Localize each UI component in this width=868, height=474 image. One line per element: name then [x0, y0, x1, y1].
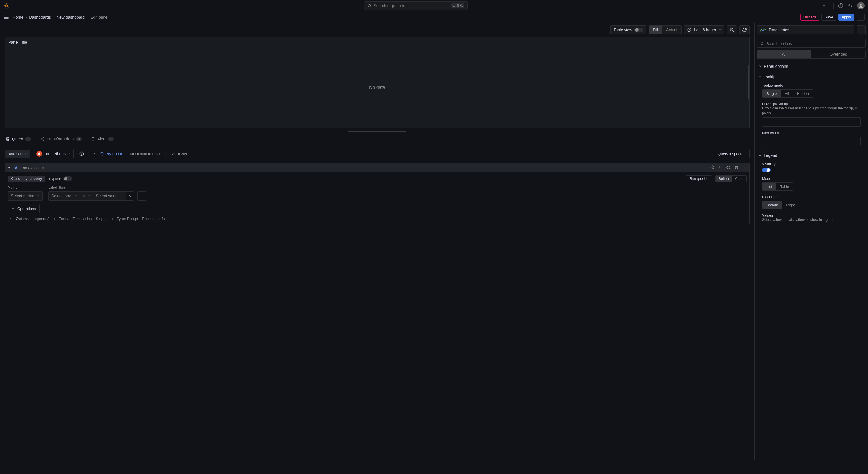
- chevron-down-icon[interactable]: [8, 166, 11, 169]
- editor-tabs: Query 1 Transform data 0 Alert 0: [0, 132, 754, 145]
- duplicate-query-icon[interactable]: [718, 166, 722, 170]
- value-select[interactable]: Select value: [93, 191, 126, 201]
- data-source-picker[interactable]: prometheus: [34, 149, 73, 158]
- chevron-right-icon[interactable]: [9, 217, 12, 220]
- bell-icon: [91, 137, 95, 141]
- code-segment[interactable]: Code: [732, 176, 746, 182]
- avatar[interactable]: [857, 2, 865, 9]
- table-view-toggle[interactable]: Table view: [610, 25, 646, 34]
- query-options-link[interactable]: Query options: [100, 151, 125, 156]
- add-icon[interactable]: [822, 3, 829, 8]
- section-panel-options[interactable]: Panel options: [754, 61, 868, 71]
- section-tooltip[interactable]: Tooltip: [754, 72, 868, 82]
- data-source-help-button[interactable]: [77, 149, 86, 158]
- tab-alert[interactable]: Alert 0: [90, 135, 115, 144]
- interval-info: Interval = 20s: [164, 152, 187, 156]
- transform-count-badge: 0: [76, 137, 82, 141]
- tooltip-mode-all[interactable]: All: [781, 90, 793, 97]
- operator-select[interactable]: =: [80, 191, 92, 201]
- query-help-icon[interactable]: [710, 166, 714, 170]
- tooltip-mode-single[interactable]: Single: [762, 90, 781, 97]
- svg-point-17: [6, 137, 9, 139]
- search-icon: [367, 4, 371, 8]
- builder-segment[interactable]: Builder: [716, 176, 732, 182]
- metric-select[interactable]: Select metric: [8, 191, 42, 201]
- options-tabs: All Overrides: [757, 50, 866, 59]
- alert-count-badge: 0: [108, 137, 114, 141]
- tooltip-mode-hidden[interactable]: Hidden: [793, 90, 813, 97]
- drag-handle-icon[interactable]: [742, 166, 746, 170]
- breadcrumb-home[interactable]: Home: [13, 15, 23, 20]
- prometheus-icon: [36, 151, 42, 156]
- svg-point-1: [368, 4, 370, 7]
- fill-segment[interactable]: Fill: [649, 26, 662, 34]
- legend-mode-table[interactable]: Table: [776, 183, 793, 190]
- query-letter: A: [14, 166, 18, 170]
- remove-filter-button[interactable]: [126, 191, 134, 201]
- search-input[interactable]: [374, 3, 448, 8]
- tab-overrides[interactable]: Overrides: [811, 50, 866, 58]
- kick-start-button[interactable]: Kick start your query: [8, 176, 45, 182]
- values-desc: Select values or calculations to show in…: [762, 217, 861, 223]
- chevron-right-icon: ›: [26, 15, 27, 19]
- explain-toggle[interactable]: [63, 176, 72, 181]
- svg-point-40: [761, 42, 763, 44]
- visualization-next-button[interactable]: [857, 25, 866, 34]
- help-icon[interactable]: [838, 3, 843, 8]
- chevron-down-icon: [758, 154, 762, 157]
- tab-transform[interactable]: Transform data 0: [39, 135, 83, 144]
- svg-point-9: [860, 4, 862, 6]
- add-filter-button[interactable]: [137, 191, 147, 201]
- collapse-panel-button[interactable]: [857, 14, 865, 21]
- table-view-label: Table view: [614, 28, 632, 32]
- hover-proximity-input[interactable]: [762, 118, 861, 127]
- svg-rect-3: [453, 5, 455, 6]
- svg-point-31: [745, 167, 745, 168]
- max-width-input[interactable]: [762, 137, 861, 146]
- switch-icon[interactable]: [634, 28, 643, 32]
- discard-button[interactable]: Discard: [800, 14, 819, 21]
- svg-line-2: [370, 6, 371, 7]
- visibility-toggle[interactable]: [762, 168, 771, 172]
- query-options-bar[interactable]: Query options MD = auto = 1080 Interval …: [90, 149, 709, 158]
- panel-title: Panel Title: [5, 37, 749, 48]
- tooltip-mode-group: Single All Hidden: [762, 89, 813, 98]
- actual-segment[interactable]: Actual: [662, 26, 681, 34]
- clock-icon: [687, 28, 692, 32]
- menu-icon[interactable]: [3, 14, 9, 20]
- visibility-label: Visibility: [762, 162, 861, 166]
- run-queries-button[interactable]: Run queries: [686, 175, 712, 182]
- placement-right[interactable]: Right: [782, 201, 799, 209]
- horizontal-resize-handle[interactable]: [748, 65, 749, 100]
- tab-all-options[interactable]: All: [757, 50, 811, 58]
- rss-icon[interactable]: [848, 3, 852, 8]
- refresh-button[interactable]: [739, 25, 750, 34]
- options-label[interactable]: Options: [16, 216, 29, 221]
- hover-proximity-label: Hover proximity: [762, 102, 861, 106]
- visualization-picker[interactable]: Time series: [757, 25, 854, 34]
- zoom-out-button[interactable]: [727, 25, 737, 34]
- save-button[interactable]: Save: [822, 14, 836, 21]
- options-search[interactable]: [757, 39, 866, 48]
- tab-query[interactable]: Query 1: [5, 135, 32, 144]
- section-legend[interactable]: Legend: [754, 150, 868, 160]
- label-select[interactable]: Select label: [48, 191, 80, 201]
- grafana-logo-icon[interactable]: [3, 3, 10, 9]
- query-datasource-sub: (prometheus): [22, 166, 44, 170]
- breadcrumb-new-dashboard[interactable]: New dashboard: [57, 15, 85, 20]
- delete-query-icon[interactable]: [735, 166, 739, 170]
- operations-button[interactable]: Operations: [8, 204, 40, 213]
- breadcrumb-dashboards[interactable]: Dashboards: [29, 15, 51, 20]
- options-search-input[interactable]: [766, 41, 863, 46]
- time-range-picker[interactable]: Last 6 hours: [684, 25, 724, 34]
- breadcrumb-current: Edit panel: [91, 15, 108, 20]
- svg-point-28: [744, 166, 744, 167]
- apply-button[interactable]: Apply: [838, 14, 854, 21]
- placement-bottom[interactable]: Bottom: [762, 201, 782, 209]
- global-search[interactable]: ⌘+k: [364, 1, 468, 10]
- legend-mode-list[interactable]: List: [762, 183, 776, 190]
- footer-format: Format: Time series: [59, 216, 92, 221]
- query-inspector-button[interactable]: Query inspector: [713, 149, 750, 158]
- footer-exemplars: Exemplars: false: [142, 216, 169, 221]
- toggle-visibility-icon[interactable]: [726, 166, 731, 170]
